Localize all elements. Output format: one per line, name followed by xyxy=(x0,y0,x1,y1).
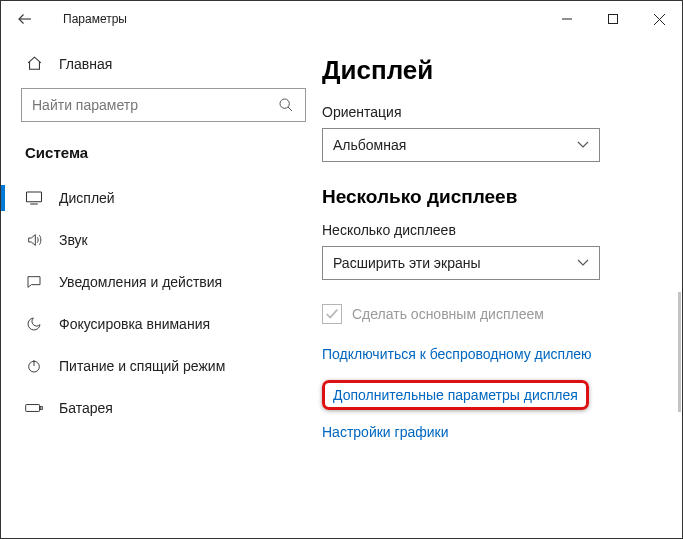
back-button[interactable] xyxy=(5,1,45,37)
sidebar-item-focus[interactable]: Фокусировка внимания xyxy=(1,303,306,345)
power-icon xyxy=(25,358,43,374)
window-controls xyxy=(544,4,682,34)
sidebar-item-notifications[interactable]: Уведомления и действия xyxy=(1,261,306,303)
chevron-down-icon xyxy=(577,258,589,268)
close-button[interactable] xyxy=(636,4,682,34)
orientation-value: Альбомная xyxy=(333,137,406,153)
home-link[interactable]: Главная xyxy=(21,47,306,88)
search-placeholder: Найти параметр xyxy=(32,97,138,113)
minimize-button[interactable] xyxy=(544,4,590,34)
battery-icon xyxy=(25,400,43,416)
sidebar-item-label: Уведомления и действия xyxy=(59,274,222,290)
sidebar-item-battery[interactable]: Батарея xyxy=(1,387,306,429)
display-icon xyxy=(25,190,43,206)
body: Главная Найти параметр Система Дисплей xyxy=(1,37,682,538)
multi-label: Несколько дисплеев xyxy=(322,222,676,238)
settings-window: Параметры Главная Найти параметр xyxy=(0,0,683,539)
sidebar-item-display[interactable]: Дисплей xyxy=(1,177,306,219)
maximize-button[interactable] xyxy=(590,4,636,34)
svg-rect-10 xyxy=(26,405,40,412)
content-pane: Дисплей Ориентация Альбомная Несколько д… xyxy=(316,37,682,538)
multi-heading: Несколько дисплеев xyxy=(322,186,676,208)
sidebar-nav: Дисплей Звук Уведомления и действия xyxy=(1,177,306,429)
home-label: Главная xyxy=(59,56,112,72)
multi-display-combo[interactable]: Расширить эти экраны xyxy=(322,246,600,280)
sidebar-item-label: Батарея xyxy=(59,400,113,416)
graphics-settings-link[interactable]: Настройки графики xyxy=(322,424,676,440)
svg-rect-6 xyxy=(27,192,42,202)
page-title: Дисплей xyxy=(322,55,676,86)
orientation-label: Ориентация xyxy=(322,104,676,120)
scrollbar[interactable] xyxy=(678,292,681,412)
search-input[interactable]: Найти параметр xyxy=(21,88,306,122)
advanced-display-link[interactable]: Дополнительные параметры дисплея xyxy=(333,387,578,403)
sidebar-item-sound[interactable]: Звук xyxy=(1,219,306,261)
sidebar-item-power[interactable]: Питание и спящий режим xyxy=(1,345,306,387)
chat-icon xyxy=(25,274,43,290)
home-icon xyxy=(25,55,43,72)
window-title: Параметры xyxy=(63,12,127,26)
svg-line-5 xyxy=(288,107,292,111)
titlebar-left: Параметры xyxy=(5,1,127,37)
svg-rect-1 xyxy=(609,15,618,24)
svg-rect-11 xyxy=(40,407,42,410)
multi-value: Расширить эти экраны xyxy=(333,255,481,271)
wireless-display-link[interactable]: Подключиться к беспроводному дисплею xyxy=(322,346,676,362)
moon-icon xyxy=(25,316,43,332)
sidebar-item-label: Питание и спящий режим xyxy=(59,358,225,374)
highlight-advanced: Дополнительные параметры дисплея xyxy=(322,380,589,410)
speaker-icon xyxy=(25,232,43,248)
sidebar-item-label: Фокусировка внимания xyxy=(59,316,210,332)
chevron-down-icon xyxy=(577,140,589,150)
checkbox-label: Сделать основным дисплеем xyxy=(352,306,544,322)
sidebar-item-label: Звук xyxy=(59,232,88,248)
sidebar-item-label: Дисплей xyxy=(59,190,115,206)
orientation-combo[interactable]: Альбомная xyxy=(322,128,600,162)
sidebar-section: Система xyxy=(21,140,306,177)
checkbox-icon xyxy=(322,304,342,324)
titlebar: Параметры xyxy=(1,1,682,37)
svg-point-4 xyxy=(280,99,289,108)
primary-display-checkbox: Сделать основным дисплеем xyxy=(322,304,676,324)
sidebar: Главная Найти параметр Система Дисплей xyxy=(1,37,316,538)
search-icon xyxy=(277,97,295,113)
